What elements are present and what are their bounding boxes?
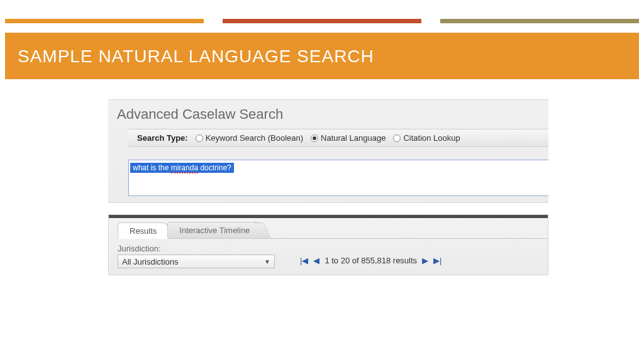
radio-citation-label: Citation Lookup — [403, 133, 460, 143]
radio-keyword-label: Keyword Search (Boolean) — [206, 133, 303, 143]
results-panel: Results Interactive Timeline Jurisdictio… — [108, 214, 548, 275]
tab-timeline[interactable]: Interactive Timeline — [167, 222, 262, 238]
jurisdiction-label: Jurisdiction: — [118, 244, 275, 253]
query-text: what is the miranda doctrine? — [130, 163, 234, 173]
title-bar: SAMPLE NATURAL LANGUAGE SEARCH — [5, 33, 639, 79]
pager: |◀ ◀ 1 to 20 of 855,818 results ▶ ▶| — [300, 256, 442, 265]
tabs-row: Results Interactive Timeline — [118, 222, 548, 239]
slide-title: SAMPLE NATURAL LANGUAGE SEARCH — [18, 47, 626, 67]
prev-page-icon[interactable]: ◀ — [313, 256, 319, 265]
search-panel: Advanced Caselaw Search Search Type: Key… — [108, 99, 548, 203]
search-type-label: Search Type: — [137, 133, 188, 143]
radio-icon — [196, 134, 203, 142]
jurisdiction-select[interactable]: All Jurisdictions ▼ — [118, 255, 275, 268]
next-page-icon[interactable]: ▶ — [422, 256, 428, 265]
accent-bars — [0, 0, 644, 23]
radio-icon — [311, 134, 318, 142]
results-topbar — [109, 215, 548, 218]
tab-results[interactable]: Results — [118, 222, 169, 239]
radio-citation[interactable]: Citation Lookup — [393, 133, 460, 143]
accent-bar-olive — [440, 19, 639, 23]
query-input[interactable]: what is the miranda doctrine? — [128, 160, 548, 196]
pager-text: 1 to 20 of 855,818 results — [325, 256, 417, 265]
search-panel-heading: Advanced Caselaw Search — [108, 100, 548, 126]
radio-keyword[interactable]: Keyword Search (Boolean) — [196, 133, 303, 143]
radio-natural-language[interactable]: Natural Language — [311, 133, 386, 143]
search-type-row: Search Type: Keyword Search (Boolean) Na… — [128, 129, 548, 147]
last-page-icon[interactable]: ▶| — [433, 256, 441, 265]
accent-bar-red — [223, 19, 421, 23]
accent-bar-orange — [5, 19, 204, 23]
first-page-icon[interactable]: |◀ — [300, 256, 308, 265]
jurisdiction-value: All Jurisdictions — [122, 257, 179, 266]
radio-natural-label: Natural Language — [321, 133, 386, 143]
radio-icon — [393, 134, 401, 142]
chevron-down-icon: ▼ — [264, 258, 270, 265]
